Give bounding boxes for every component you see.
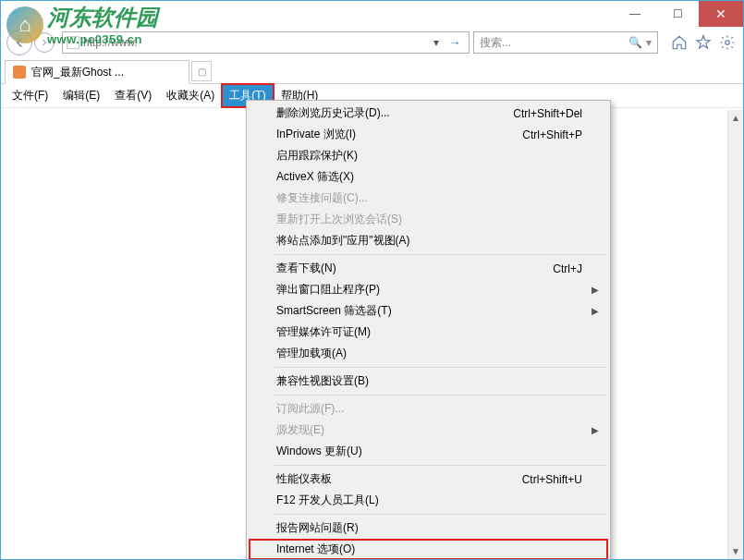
menu-item-label: Internet 选项(O) — [276, 542, 355, 557]
home-button[interactable] — [669, 32, 689, 53]
menu-item-label: Windows 更新(U) — [276, 444, 362, 459]
chevron-right-icon — [39, 37, 50, 48]
menu-item: 订阅此源(F)... — [249, 398, 608, 420]
menu-separator — [274, 254, 606, 255]
menu-item: 重新打开上次浏览会话(S) — [249, 209, 608, 230]
toolbar-icons — [662, 32, 738, 53]
menu-item-label: F12 开发人员工具(L) — [276, 493, 379, 508]
menu-item-label: 将站点添加到"应用"视图(A) — [276, 233, 410, 249]
menu-收藏夹[interactable]: 收藏夹(A) — [159, 84, 222, 107]
home-icon — [671, 34, 688, 51]
minimize-button[interactable]: — — [614, 1, 656, 27]
menu-item: 修复连接问题(C)... — [249, 188, 608, 209]
menu-查看[interactable]: 查看(V) — [107, 84, 159, 107]
menu-item[interactable]: 性能仪表板Ctrl+Shift+U — [249, 469, 608, 490]
menu-item-label: InPrivate 浏览(I) — [276, 127, 356, 142]
menu-item-label: 删除浏览历史记录(D)... — [276, 105, 390, 121]
scroll-up-icon[interactable]: ▲ — [728, 110, 743, 126]
scroll-down-icon[interactable]: ▼ — [728, 543, 743, 559]
menu-item[interactable]: 查看下载(N)Ctrl+J — [249, 258, 608, 279]
menu-item-shortcut: Ctrl+Shift+Del — [513, 107, 582, 120]
go-refresh-button[interactable]: → — [445, 35, 465, 50]
maximize-button[interactable]: ☐ — [656, 1, 699, 27]
settings-button[interactable] — [717, 32, 738, 53]
url-text: http://www. — [83, 36, 138, 49]
tab-title: 官网_最新Ghost ... — [31, 65, 124, 80]
menu-item[interactable]: Internet 选项(O) — [249, 539, 608, 560]
gear-icon — [719, 34, 736, 51]
menu-item-label: 修复连接问题(C)... — [276, 190, 368, 206]
url-dropdown-icon[interactable]: ▾ — [428, 36, 445, 49]
menu-文件[interactable]: 文件(F) — [5, 84, 55, 107]
menu-item-label: 重新打开上次浏览会话(S) — [276, 212, 402, 227]
menu-item[interactable]: 启用跟踪保护(K) — [249, 145, 608, 166]
menu-item[interactable]: 兼容性视图设置(B) — [249, 371, 608, 392]
new-tab-button[interactable]: ▢ — [191, 61, 212, 81]
svg-point-0 — [726, 41, 730, 45]
nav-arrows — [3, 30, 58, 55]
menu-item-label: ActiveX 筛选(X) — [276, 169, 354, 185]
menu-item-label: 报告网站问题(R) — [276, 520, 359, 536]
close-button[interactable]: ✕ — [699, 1, 743, 27]
submenu-arrow-icon: ▶ — [592, 306, 599, 316]
tab-strip: 官网_最新Ghost ... ▢ — [1, 58, 743, 84]
menu-separator — [274, 465, 606, 466]
menu-separator — [274, 514, 606, 515]
menu-item[interactable]: 将站点添加到"应用"视图(A) — [249, 230, 608, 251]
menu-item[interactable]: 弹出窗口阻止程序(P)▶ — [249, 279, 608, 300]
search-input[interactable]: 搜索... 🔍 ▾ — [473, 31, 658, 54]
browser-tab[interactable]: 官网_最新Ghost ... — [5, 60, 189, 84]
forward-button[interactable] — [34, 32, 55, 53]
menu-item-shortcut: Ctrl+Shift+U — [522, 473, 582, 486]
menu-item-label: 管理媒体许可证(M) — [276, 324, 371, 340]
menu-item[interactable]: Windows 更新(U) — [249, 441, 608, 462]
menu-item-label: 查看下载(N) — [276, 261, 336, 276]
chevron-left-icon — [11, 34, 28, 51]
page-icon — [67, 36, 79, 49]
search-dropdown-icon[interactable]: ▾ — [646, 36, 652, 49]
vertical-scrollbar[interactable]: ▲ ▼ — [727, 110, 743, 559]
search-placeholder: 搜索... — [480, 35, 511, 51]
window-titlebar: — ☐ ✕ — [1, 1, 743, 27]
menu-item[interactable]: ActiveX 筛选(X) — [249, 166, 608, 188]
menu-item[interactable]: 报告网站问题(R) — [249, 517, 608, 539]
menu-item-label: 兼容性视图设置(B) — [276, 373, 369, 389]
menu-item-label: 管理加载项(A) — [276, 346, 347, 361]
menu-item-label: 弹出窗口阻止程序(P) — [276, 282, 380, 298]
menu-item[interactable]: 删除浏览历史记录(D)...Ctrl+Shift+Del — [249, 103, 608, 124]
url-input[interactable]: http://www. ▾ → — [62, 31, 470, 54]
menu-item-shortcut: Ctrl+Shift+P — [522, 128, 582, 141]
back-button[interactable] — [6, 30, 32, 55]
search-icon[interactable]: 🔍 — [628, 36, 642, 49]
menu-item-label: 源发现(E) — [276, 422, 324, 438]
tools-menu-dropdown: 删除浏览历史记录(D)...Ctrl+Shift+DelInPrivate 浏览… — [246, 100, 611, 560]
favorites-button[interactable] — [693, 32, 714, 53]
menu-item[interactable]: SmartScreen 筛选器(T)▶ — [249, 300, 608, 322]
menu-item[interactable]: 管理媒体许可证(M) — [249, 322, 608, 343]
menu-separator — [274, 367, 606, 368]
menu-item-label: 订阅此源(F)... — [276, 401, 344, 417]
menu-item[interactable]: InPrivate 浏览(I)Ctrl+Shift+P — [249, 124, 608, 145]
tab-favicon-icon — [13, 66, 26, 79]
menu-item[interactable]: F12 开发人员工具(L) — [249, 490, 608, 511]
submenu-arrow-icon: ▶ — [592, 425, 599, 435]
menu-item: 源发现(E)▶ — [249, 420, 608, 441]
menu-item[interactable]: 管理加载项(A) — [249, 343, 608, 364]
menu-item-shortcut: Ctrl+J — [553, 262, 582, 275]
star-icon — [695, 34, 712, 51]
menu-编辑[interactable]: 编辑(E) — [55, 84, 107, 107]
menu-item-label: SmartScreen 筛选器(T) — [276, 303, 392, 319]
menu-separator — [274, 395, 606, 396]
menu-item-label: 性能仪表板 — [276, 471, 332, 487]
menu-item-label: 启用跟踪保护(K) — [276, 148, 358, 164]
address-bar-row: http://www. ▾ → 搜索... 🔍 ▾ — [1, 27, 743, 58]
submenu-arrow-icon: ▶ — [592, 285, 599, 295]
